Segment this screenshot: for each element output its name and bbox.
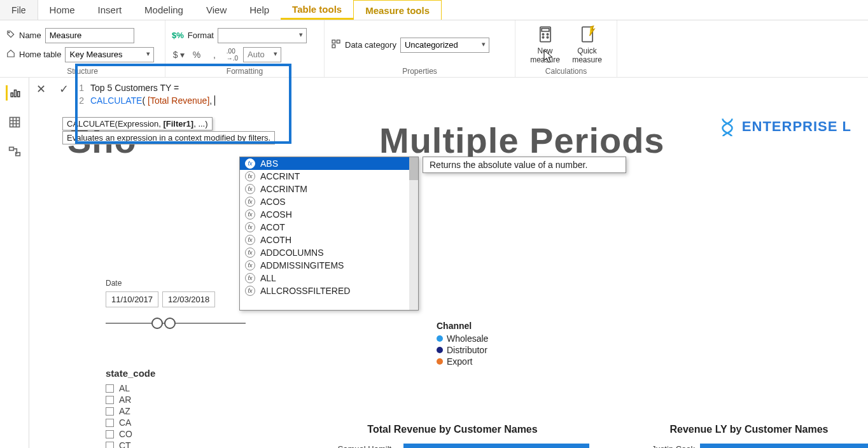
menu-modeling[interactable]: Modeling bbox=[133, 0, 195, 20]
date-to-input[interactable]: 12/03/2018 bbox=[162, 291, 215, 307]
autocomplete-scrollbar[interactable] bbox=[409, 157, 418, 310]
format-label: Format bbox=[188, 31, 214, 40]
date-slicer[interactable]: Date 11/10/2017 12/03/2018 bbox=[106, 279, 246, 332]
tag-icon bbox=[6, 30, 15, 41]
state-slicer-item[interactable]: AL bbox=[106, 382, 233, 394]
fx-icon: fx bbox=[245, 171, 255, 181]
autocomplete-item[interactable]: fxACOTH bbox=[240, 234, 418, 246]
logo: ENTERPRISE L bbox=[718, 117, 851, 136]
checkbox-icon[interactable] bbox=[106, 442, 114, 449]
ribbon-group-calculations: New measure Quick measure Calculations bbox=[515, 20, 617, 77]
ribbon-group-structure: Name Home table Structure bbox=[0, 20, 165, 77]
svg-rect-15 bbox=[9, 147, 13, 150]
data-category-select[interactable] bbox=[400, 38, 489, 53]
autocomplete-tooltip: Returns the absolute value of a number. bbox=[423, 157, 626, 173]
fx-icon: fx bbox=[245, 248, 255, 258]
autocomplete-item[interactable]: fxACCRINT bbox=[240, 170, 418, 183]
legend-item[interactable]: Wholesale bbox=[437, 333, 488, 344]
home-table-select[interactable] bbox=[65, 47, 154, 62]
svg-rect-1 bbox=[332, 40, 335, 43]
legend-item[interactable]: Export bbox=[437, 356, 488, 367]
legend-item[interactable]: Distributor bbox=[437, 345, 488, 355]
menu-insert[interactable]: Insert bbox=[87, 0, 134, 20]
checkbox-icon[interactable] bbox=[106, 430, 114, 438]
state-slicer-title: state_code bbox=[106, 368, 233, 379]
autocomplete-item[interactable]: fxALLCROSSFILTERED bbox=[240, 284, 418, 297]
report-view-button[interactable] bbox=[6, 85, 21, 101]
chart-revenue-ly[interactable]: Revenue LY by Customer Names Justin Cook… bbox=[612, 424, 868, 448]
autocomplete-item[interactable]: fxACOT bbox=[240, 221, 418, 234]
fx-icon: fx bbox=[245, 197, 255, 207]
state-slicer-item[interactable]: AZ bbox=[106, 405, 233, 417]
autocomplete-item[interactable]: fxADDCOLUMNS bbox=[240, 246, 418, 259]
menu-help[interactable]: Help bbox=[238, 0, 281, 20]
svg-rect-3 bbox=[332, 45, 335, 48]
structure-group-label: Structure bbox=[6, 67, 158, 76]
data-view-button[interactable] bbox=[7, 115, 22, 130]
autocomplete-item[interactable]: fxADDMISSINGITEMS bbox=[240, 259, 418, 272]
state-slicer-item[interactable]: CT bbox=[106, 440, 233, 448]
range-thumb-from[interactable] bbox=[151, 318, 163, 329]
autocomplete-item[interactable]: fxACOS bbox=[240, 195, 418, 208]
dna-icon bbox=[718, 117, 737, 136]
fx-icon: fx bbox=[245, 273, 255, 283]
checkbox-icon[interactable] bbox=[106, 419, 114, 427]
date-from-input[interactable]: 11/10/2017 bbox=[106, 291, 158, 307]
calculations-group-label: Calculations bbox=[522, 67, 610, 76]
quick-measure-button[interactable]: Quick measure bbox=[568, 23, 606, 67]
legend-title: Channel bbox=[437, 321, 488, 331]
date-slicer-title: Date bbox=[106, 279, 246, 288]
menu-file[interactable]: File bbox=[0, 0, 38, 20]
home-table-label: Home table bbox=[19, 50, 61, 59]
state-slicer-item[interactable]: AR bbox=[106, 394, 233, 405]
name-label: Name bbox=[19, 31, 41, 40]
date-range-slider[interactable] bbox=[106, 315, 246, 332]
decimal-places-input[interactable] bbox=[243, 47, 281, 62]
decrease-decimals-button[interactable]: .00→.0 bbox=[225, 48, 239, 62]
measure-name-input[interactable] bbox=[45, 28, 134, 43]
format-icon: $% bbox=[172, 31, 184, 40]
model-view-button[interactable] bbox=[7, 144, 22, 159]
range-thumb-to[interactable] bbox=[164, 318, 176, 329]
bar-label: Samuel Hamilt... bbox=[322, 444, 398, 449]
menu-view[interactable]: View bbox=[195, 0, 238, 20]
menu-home[interactable]: Home bbox=[38, 0, 87, 20]
chart-bar-row: Justin Cook bbox=[619, 443, 868, 448]
fx-icon: fx bbox=[245, 286, 255, 296]
checkbox-icon[interactable] bbox=[106, 384, 114, 393]
new-measure-button[interactable]: New measure bbox=[526, 23, 564, 67]
currency-button[interactable]: $ ▾ bbox=[172, 48, 186, 62]
checkbox-icon[interactable] bbox=[106, 396, 114, 404]
home-icon bbox=[6, 49, 15, 60]
state-slicer-item[interactable]: CA bbox=[106, 417, 233, 428]
checkbox-icon[interactable] bbox=[106, 407, 114, 416]
thousands-button[interactable]: , bbox=[207, 48, 221, 62]
channel-legend: Channel WholesaleDistributorExport bbox=[437, 321, 488, 368]
formula-commit-button[interactable]: ✓ bbox=[52, 78, 75, 101]
percent-button[interactable]: % bbox=[190, 48, 204, 62]
svg-rect-11 bbox=[11, 93, 13, 97]
fx-icon: fx bbox=[245, 235, 255, 245]
fx-icon: fx bbox=[245, 260, 255, 270]
bar-label: Justin Cook bbox=[619, 444, 695, 449]
menu-measure-tools[interactable]: Measure tools bbox=[353, 0, 442, 20]
chart-total-revenue[interactable]: Total Revenue by Customer Names Samuel H… bbox=[316, 424, 589, 448]
formula-cancel-button[interactable]: ✕ bbox=[29, 78, 52, 101]
chart-bar-row: Samuel Hamilt... bbox=[322, 443, 589, 448]
formula-line-1: Top 5 Customers TY = bbox=[90, 81, 179, 94]
state-slicer[interactable]: state_code ALARAZCACOCTDCDEFLGAHIIAID bbox=[106, 368, 233, 448]
autocomplete-item[interactable]: fxACCRINTM bbox=[240, 183, 418, 195]
state-slicer-item[interactable]: CO bbox=[106, 428, 233, 440]
svg-point-8 bbox=[542, 37, 543, 38]
formatting-group-label: Formatting bbox=[172, 67, 318, 76]
formula-description-hint: Evaluates an expression in a context mod… bbox=[62, 131, 275, 144]
menu-bar: File Home Insert Modeling View Help Tabl… bbox=[0, 0, 868, 20]
autocomplete-item[interactable]: fxACOSH bbox=[240, 208, 418, 221]
autocomplete-item[interactable]: fxABS bbox=[240, 157, 418, 170]
legend-dot-icon bbox=[437, 347, 443, 353]
format-select[interactable] bbox=[218, 28, 307, 43]
fx-icon: fx bbox=[245, 222, 255, 232]
menu-table-tools[interactable]: Table tools bbox=[281, 0, 353, 20]
fx-icon: fx bbox=[245, 158, 255, 169]
autocomplete-item[interactable]: fxALL bbox=[240, 272, 418, 284]
